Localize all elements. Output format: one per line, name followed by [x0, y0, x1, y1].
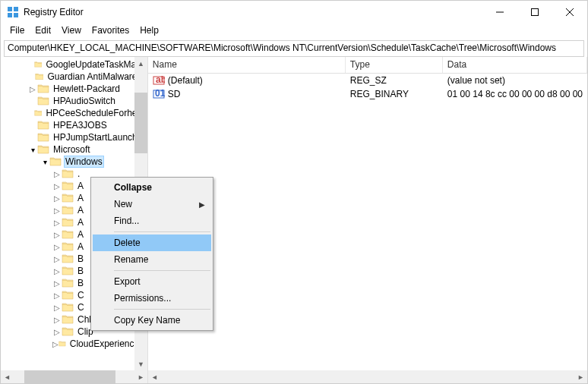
close-button[interactable] — [552, 1, 587, 24]
tree-item-label: A — [76, 181, 85, 191]
scroll-right-icon[interactable]: ► — [574, 370, 587, 383]
content-area: GoogleUpdateTaskMachGuardian AntiMalware… — [1, 57, 587, 383]
minimize-button[interactable] — [482, 1, 517, 24]
expand-icon[interactable]: ▷ — [52, 279, 62, 288]
value-name: SD — [168, 89, 181, 99]
tree-item[interactable]: ▷CloudExperienceH — [1, 338, 147, 350]
table-row[interactable]: ab(Default)REG_SZ(value not set) — [148, 74, 587, 87]
context-export[interactable]: Export — [93, 273, 211, 290]
column-data[interactable]: Data — [443, 57, 587, 73]
scroll-left-icon[interactable]: ◄ — [1, 370, 14, 383]
scroll-thumb[interactable] — [24, 370, 115, 383]
tree-item-label: GoogleUpdateTaskMach — [44, 59, 147, 70]
tree-item-label: HPJumpStartLaunch — [52, 132, 139, 143]
tree-item-label: HPEA3JOBS — [52, 120, 109, 131]
expand-icon[interactable]: ▷ — [52, 267, 62, 275]
tree-item-label: HPCeeScheduleForhellc — [44, 108, 147, 118]
tree-item-label: Microsoft — [52, 144, 92, 155]
column-name[interactable]: Name — [148, 57, 346, 73]
menu-file[interactable]: File — [5, 24, 29, 39]
menu-help[interactable]: Help — [135, 24, 163, 39]
scroll-left-icon[interactable]: ◄ — [148, 370, 161, 383]
tree-item-label: Guardian AntiMalware S — [46, 71, 147, 82]
menu-view[interactable]: View — [57, 24, 86, 39]
titlebar: Registry Editor — [1, 1, 587, 24]
tree-item-label: HPAudioSwitch — [52, 96, 117, 106]
collapse-icon[interactable]: ▾ — [28, 146, 37, 154]
menubar: File Edit View Favorites Help — [1, 24, 587, 39]
tree-item[interactable]: GoogleUpdateTaskMach — [1, 58, 147, 71]
tree-item-label: B — [76, 278, 85, 288]
tree-item[interactable]: HPJumpStartLaunch — [1, 131, 147, 143]
tree-item-label: Windows — [64, 156, 104, 168]
tree-item-label: C — [76, 290, 86, 301]
regedit-icon — [7, 6, 19, 18]
expand-icon[interactable]: ▷ — [52, 231, 62, 239]
address-bar[interactable]: Computer\HKEY_LOCAL_MACHINE\SOFTWARE\Mic… — [4, 40, 584, 57]
expand-icon[interactable]: ▷ — [52, 340, 58, 348]
scroll-up-icon[interactable]: ▲ — [134, 57, 147, 70]
tree-item[interactable]: HPAudioSwitch — [1, 95, 147, 107]
svg-text:011: 011 — [155, 89, 165, 99]
scroll-down-icon[interactable]: ▼ — [134, 357, 147, 370]
tree-item[interactable]: HPCeeScheduleForhellc — [1, 107, 147, 119]
menu-separator — [114, 231, 210, 232]
tree-item-label: A — [76, 205, 85, 216]
expand-icon[interactable]: ▷ — [52, 316, 62, 324]
list-scrollbar-horizontal[interactable]: ◄ ► — [148, 370, 587, 383]
context-collapse[interactable]: Collapse — [93, 179, 211, 196]
expand-icon[interactable]: ▷ — [52, 206, 62, 215]
tree-item-label: B — [76, 266, 85, 276]
tree-item-label: Hewlett-Packard — [52, 83, 122, 94]
tree-item[interactable]: ▷Hewlett-Packard — [1, 83, 147, 95]
cell-type: REG_BINARY — [346, 89, 443, 99]
collapse-icon[interactable]: ▾ — [40, 158, 49, 166]
table-row[interactable]: 011SDREG_BINARY01 00 14 8c cc 00 00 00 d… — [148, 87, 587, 101]
menu-edit[interactable]: Edit — [30, 24, 55, 39]
expand-icon[interactable]: ▷ — [52, 328, 62, 336]
cell-data: 01 00 14 8c cc 00 00 00 d8 00 00 — [443, 89, 587, 99]
tree-item[interactable]: ▾Microsoft — [1, 143, 147, 156]
tree-item-label: A — [76, 241, 85, 252]
list-pane: Name Type Data ab(Default)REG_SZ(value n… — [148, 57, 587, 383]
column-type[interactable]: Type — [346, 57, 443, 73]
context-rename[interactable]: Rename — [93, 251, 211, 268]
context-find[interactable]: Find... — [93, 212, 211, 229]
svg-rect-1 — [14, 7, 18, 11]
expand-icon[interactable]: ▷ — [52, 243, 62, 251]
expand-icon[interactable]: ▷ — [52, 304, 62, 312]
expand-icon[interactable]: ▷ — [52, 291, 62, 300]
expand-icon[interactable]: ▷ — [52, 194, 62, 203]
scroll-thumb[interactable] — [134, 93, 147, 153]
scroll-right-icon[interactable]: ► — [134, 370, 147, 383]
list-rows: ab(Default)REG_SZ(value not set)011SDREG… — [148, 74, 587, 101]
menu-favorites[interactable]: Favorites — [87, 24, 134, 39]
cell-data: (value not set) — [443, 75, 587, 86]
value-name: (Default) — [168, 75, 203, 86]
maximize-button[interactable] — [517, 1, 552, 24]
svg-rect-5 — [532, 9, 539, 16]
tree-item-label: A — [76, 193, 85, 203]
svg-rect-0 — [8, 7, 12, 11]
tree-item[interactable]: HPEA3JOBS — [1, 119, 147, 131]
expand-icon[interactable]: ▷ — [52, 255, 62, 263]
svg-rect-3 — [14, 13, 18, 17]
context-permissions[interactable]: Permissions... — [93, 290, 211, 307]
tree-item[interactable]: ▾Windows — [1, 156, 147, 168]
window-controls — [482, 1, 587, 24]
context-new[interactable]: New▶ — [93, 196, 211, 212]
submenu-arrow-icon: ▶ — [199, 200, 205, 209]
list-header: Name Type Data — [148, 57, 587, 74]
expand-icon[interactable]: ▷ — [52, 219, 62, 227]
expand-icon[interactable]: ▷ — [52, 182, 62, 190]
menu-separator — [114, 309, 210, 310]
tree-scrollbar-horizontal[interactable]: ◄ ► — [1, 370, 147, 383]
tree-item[interactable]: Guardian AntiMalware S — [1, 71, 147, 83]
menu-separator — [114, 270, 210, 271]
cell-name: 011SD — [148, 89, 346, 99]
expand-icon[interactable]: ▷ — [52, 170, 62, 178]
context-copy-key-name[interactable]: Copy Key Name — [93, 312, 211, 329]
expand-icon[interactable]: ▷ — [28, 85, 37, 93]
context-delete[interactable]: Delete — [93, 234, 211, 251]
context-new-label: New — [114, 199, 132, 209]
